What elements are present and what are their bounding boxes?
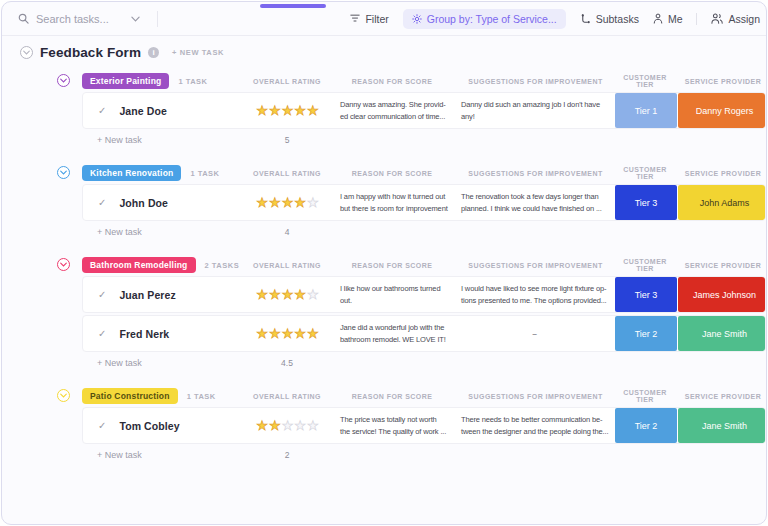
star-empty-icon[interactable]: ★ [307,418,320,433]
star-filled-icon[interactable]: ★ [256,326,269,341]
page-title: Feedback Form [40,45,141,60]
chevron-down-icon[interactable] [131,16,140,22]
add-task-button[interactable]: + New task [82,227,247,237]
group-badge[interactable]: Exterior Painting [82,73,169,89]
reason-cell[interactable]: Danny was amazing. She provid- ed clear … [328,93,458,128]
group-footer: + New task 4.5 [82,354,766,372]
table-row[interactable]: ✓John Doe ★★★★★ I am happy with how it t… [82,184,766,221]
task-name[interactable]: Juan Perez [119,289,175,301]
star-filled-icon[interactable]: ★ [307,103,320,118]
reason-cell[interactable]: The price was totally not worth the serv… [328,408,458,443]
search-input[interactable] [36,13,124,25]
task-name[interactable]: Jane Doe [119,105,167,117]
group-badge[interactable]: Patio Construction [82,388,178,404]
new-task-button[interactable]: + NEW TASK [172,48,224,57]
reason-cell[interactable]: I like how our bathrooms turned out. [328,277,458,312]
add-task-button[interactable]: + New task [82,135,247,145]
group-header: Kitchen Renovation 1 TASK OVERALL RATING… [82,162,766,184]
star-filled-icon[interactable]: ★ [269,287,282,302]
task-name[interactable]: John Doe [119,197,168,209]
group-badge[interactable]: Bathroom Remodelling [82,257,196,273]
star-filled-icon[interactable]: ★ [282,103,295,118]
column-header-reason: REASON FOR SCORE [327,170,457,177]
rating-stars[interactable]: ★★★★★ [248,316,328,351]
suggestions-cell[interactable]: There needs to be better communication b… [458,408,615,443]
star-filled-icon[interactable]: ★ [294,326,307,341]
service-provider-cell[interactable]: Jane Smith [678,316,766,351]
task-check-icon[interactable]: ✓ [98,197,106,208]
add-task-button[interactable]: + New task [82,450,247,460]
group-header: Bathroom Remodelling 2 TASKS OVERALL RAT… [82,254,766,276]
tab-indicator [260,4,326,8]
star-filled-icon[interactable]: ★ [269,418,282,433]
customer-tier-cell[interactable]: Tier 3 [615,185,677,220]
task-check-icon[interactable]: ✓ [98,420,106,431]
star-filled-icon[interactable]: ★ [256,287,269,302]
task-name[interactable]: Fred Nerk [119,328,169,340]
group-chevron-icon[interactable] [57,258,70,271]
star-filled-icon[interactable]: ★ [282,287,295,302]
service-provider-cell[interactable]: Danny Rogers [678,93,766,128]
star-empty-icon[interactable]: ★ [307,195,320,210]
star-filled-icon[interactable]: ★ [256,418,269,433]
suggestions-cell[interactable]: – [458,316,615,351]
table-row[interactable]: ✓Juan Perez ★★★★★ I like how our bathroo… [82,276,766,313]
task-check-icon[interactable]: ✓ [98,105,106,116]
star-filled-icon[interactable]: ★ [269,195,282,210]
suggestions-cell[interactable]: I would have liked to see more light fix… [458,277,615,312]
rating-stars[interactable]: ★★★★★ [248,93,328,128]
subtasks-label: Subtasks [596,13,639,25]
group-chevron-icon[interactable] [57,74,70,87]
reason-cell[interactable]: Jane did a wonderful job with the bathro… [328,316,458,351]
subtasks-button[interactable]: Subtasks [580,13,639,25]
star-empty-icon[interactable]: ★ [307,287,320,302]
info-icon[interactable]: i [148,47,159,58]
rating-stars[interactable]: ★★★★★ [248,408,328,443]
task-check-icon[interactable]: ✓ [98,289,106,300]
suggestions-cell[interactable]: The renovation took a few days longer th… [458,185,615,220]
star-filled-icon[interactable]: ★ [256,195,269,210]
star-filled-icon[interactable]: ★ [282,326,295,341]
task-check-icon[interactable]: ✓ [98,328,106,339]
task-name[interactable]: Tom Cobley [119,420,179,432]
star-filled-icon[interactable]: ★ [294,195,307,210]
star-filled-icon[interactable]: ★ [282,195,295,210]
group-by-label: Group by: Type of Service... [427,13,557,25]
rating-stars[interactable]: ★★★★★ [248,277,328,312]
assignee-button[interactable]: Assign [711,13,760,25]
rating-average: 4 [247,227,327,237]
table-row[interactable]: ✓Fred Nerk ★★★★★ Jane did a wonderful jo… [82,315,766,352]
star-filled-icon[interactable]: ★ [294,103,307,118]
search-box[interactable] [18,11,158,27]
star-filled-icon[interactable]: ★ [269,326,282,341]
table-row[interactable]: ✓Tom Cobley ★★★★★ The price was totally … [82,407,766,444]
column-header-tier: CUSTOMER TIER [614,389,676,403]
me-button[interactable]: Me [653,13,683,25]
customer-tier-cell[interactable]: Tier 3 [615,277,677,312]
star-empty-icon[interactable]: ★ [282,418,295,433]
group-bathroom-remodelling: Bathroom Remodelling 2 TASKS OVERALL RAT… [82,254,766,372]
star-filled-icon[interactable]: ★ [294,287,307,302]
suggestions-cell[interactable]: Danny did such an amazing job I don't ha… [458,93,615,128]
customer-tier-cell[interactable]: Tier 1 [615,93,677,128]
customer-tier-cell[interactable]: Tier 2 [615,316,677,351]
service-provider-cell[interactable]: John Adams [678,185,766,220]
group-badge[interactable]: Kitchen Renovation [82,165,181,181]
rating-stars[interactable]: ★★★★★ [248,185,328,220]
filter-button[interactable]: Filter [350,13,388,25]
service-provider-cell[interactable]: James Johnson [678,277,766,312]
app-window: Filter Group by: Type of Service... Subt… [1,1,767,525]
star-filled-icon[interactable]: ★ [256,103,269,118]
group-chevron-icon[interactable] [57,389,70,402]
add-task-button[interactable]: + New task [82,358,247,368]
collapse-view-chevron-icon[interactable] [20,46,33,59]
star-filled-icon[interactable]: ★ [307,326,320,341]
star-filled-icon[interactable]: ★ [269,103,282,118]
table-row[interactable]: ✓Jane Doe ★★★★★ Danny was amazing. She p… [82,92,766,129]
star-empty-icon[interactable]: ★ [294,418,307,433]
customer-tier-cell[interactable]: Tier 2 [615,408,677,443]
reason-cell[interactable]: I am happy with how it turned out but th… [328,185,458,220]
group-by-button[interactable]: Group by: Type of Service... [403,9,566,29]
group-chevron-icon[interactable] [57,166,70,179]
service-provider-cell[interactable]: Jane Smith [678,408,766,443]
